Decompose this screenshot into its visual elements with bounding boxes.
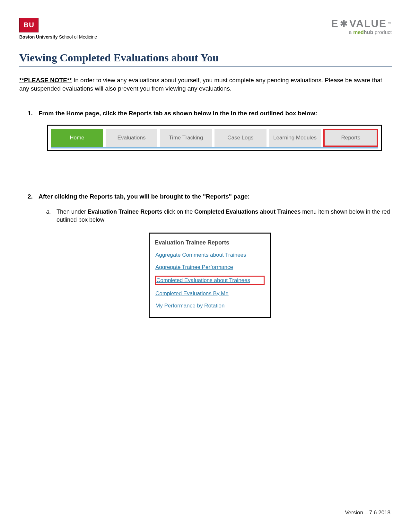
step-2a-mid: click on the [162,208,194,215]
bu-branding: BU Boston University School of Medicine [19,18,97,40]
link-completed-about-trainees[interactable]: Completed Evaluations about Trainees [155,276,265,285]
link-aggregate-performance[interactable]: Aggregate Trainee Performance [155,263,265,271]
bu-school-suffix: School of Medicine [58,34,97,40]
tab-screenshot: Home Evaluations Time Tracking Case Logs… [47,125,382,151]
step-2-text: After clicking the Reports tab, you will… [39,193,250,200]
step-2: 2. After clicking the Reports tab, you w… [28,193,392,318]
evalue-subtitle: a medhub product [331,30,392,35]
tab-time-tracking[interactable]: Time Tracking [160,129,212,147]
link-aggregate-comments[interactable]: Aggregate Comments about Trainees [155,251,265,259]
step-2a-pre: Then under [57,208,88,215]
step-2a-bold2: Completed Evaluations about Trainees [194,208,301,215]
step-1: 1. From the Home page, click the Reports… [28,110,392,151]
note-label: **PLEASE NOTE** [19,77,72,84]
step-1-number: 1. [28,110,34,117]
reports-menu-title: Evaluation Trainee Reports [155,239,265,246]
step-2a-body: Then under Evaluation Trainee Reports cl… [57,208,392,224]
asterisk-icon: ✱ [340,18,348,29]
evalue-sub-hub: hub [364,30,373,35]
note-text: In order to view any evaluations about y… [19,77,382,92]
evalue-logo: E ✱ VALUE ™ [331,18,392,30]
evalue-sub-prefix: a [349,30,353,35]
link-completed-by-me[interactable]: Completed Evaluations By Me [155,290,265,297]
tab-home[interactable]: Home [51,129,103,147]
step-2a-letter: a. [46,208,52,224]
tab-case-logs[interactable]: Case Logs [214,129,267,147]
trademark-icon: ™ [388,22,392,25]
step-1-text: From the Home page, click the Reports ta… [39,110,317,117]
bu-school-name: Boston University School of Medicine [19,34,97,40]
reports-menu-screenshot: Evaluation Trainee Reports Aggregate Com… [149,233,271,318]
header: BU Boston University School of Medicine … [19,18,392,40]
evalue-branding: E ✱ VALUE ™ a medhub product [331,18,392,35]
evalue-value: VALUE [349,18,387,30]
step-2a: a. Then under Evaluation Trainee Reports… [46,208,392,224]
note-paragraph: **PLEASE NOTE** In order to view any eva… [19,76,392,93]
bu-school-bold: Boston University [19,34,58,40]
step-1-heading: 1. From the Home page, click the Reports… [28,110,392,117]
evalue-e: E [331,18,339,30]
footer-version: Version – 7.6.2018 [345,510,390,516]
tab-reports[interactable]: Reports [323,129,378,147]
evalue-sub-suffix: product [373,30,392,35]
page-title: Viewing Completed Evaluations about You [19,52,392,66]
step-2-heading: 2. After clicking the Reports tab, you w… [28,193,392,200]
link-my-performance-rotation[interactable]: My Performance by Rotation [155,302,265,310]
bu-logo: BU [19,18,39,32]
tab-row: Home Evaluations Time Tracking Case Logs… [51,129,378,148]
tab-evaluations[interactable]: Evaluations [106,129,158,147]
evalue-sub-med: med [353,30,364,35]
tab-learning-modules[interactable]: Learning Modules [269,129,321,147]
step-2a-bold1: Evaluation Trainee Reports [88,208,162,215]
step-2-number: 2. [28,193,34,200]
